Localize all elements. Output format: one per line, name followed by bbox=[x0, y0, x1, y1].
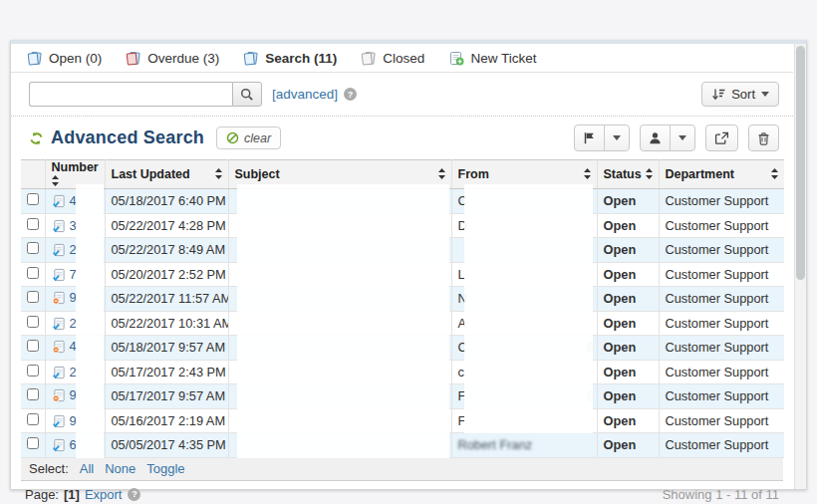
export-link[interactable]: Export bbox=[85, 487, 123, 502]
header-last-updated[interactable]: Last Updated bbox=[105, 160, 228, 189]
row-checkbox[interactable] bbox=[27, 291, 39, 303]
last-updated-cell: 05/17/2017 9:57 AM bbox=[105, 384, 228, 409]
row-checkbox[interactable] bbox=[27, 242, 39, 254]
tab-label: Closed bbox=[383, 51, 424, 66]
redaction-from-column bbox=[464, 184, 593, 433]
refresh-icon[interactable] bbox=[29, 131, 44, 145]
last-updated-cell: 05/22/2017 4:28 PM bbox=[105, 213, 228, 238]
ticket-source-icon bbox=[52, 366, 66, 379]
sort-button[interactable]: Sort bbox=[701, 82, 779, 107]
select-toggle-link[interactable]: Toggle bbox=[146, 461, 184, 476]
tab-closed[interactable]: Closed bbox=[361, 51, 424, 66]
sort-toggle-icon[interactable] bbox=[438, 167, 445, 181]
flag-split-button[interactable] bbox=[574, 125, 630, 151]
search-input[interactable] bbox=[29, 82, 232, 107]
sort-toggle-icon[interactable] bbox=[52, 174, 59, 188]
advanced-search-link[interactable]: [advanced] bbox=[272, 87, 338, 102]
page-title: Advanced Search bbox=[51, 127, 204, 148]
tab-overdue[interactable]: Overdue (3) bbox=[126, 51, 219, 66]
last-updated-cell: 05/20/2017 2:52 PM bbox=[105, 262, 228, 287]
export-icon bbox=[706, 126, 737, 150]
department-cell: Customer Support bbox=[659, 408, 784, 433]
last-updated-cell: 05/18/2017 6:40 PM bbox=[105, 189, 228, 214]
sort-toggle-icon[interactable] bbox=[584, 167, 591, 181]
status-cell: Open bbox=[597, 384, 659, 409]
department-cell: Customer Support bbox=[659, 238, 784, 263]
department-cell: Customer Support bbox=[659, 213, 784, 238]
pagination-footer: Page: [1] Export ? Showing 1 - 11 of 11 bbox=[11, 481, 793, 502]
row-checkbox[interactable] bbox=[27, 193, 39, 205]
ticket-source-icon bbox=[52, 194, 66, 208]
search-button[interactable] bbox=[232, 82, 262, 107]
select-none-link[interactable]: None bbox=[105, 461, 136, 476]
chevron-down-icon bbox=[761, 92, 769, 97]
tickets-overdue-icon bbox=[126, 52, 141, 66]
ticket-table: Number Last Updated Subject From Status … bbox=[21, 159, 783, 458]
help-icon[interactable]: ? bbox=[344, 88, 357, 101]
scrollbar-thumb[interactable] bbox=[796, 46, 805, 280]
tab-search[interactable]: Search (11) bbox=[243, 51, 337, 66]
from-name: Robert Franz bbox=[458, 437, 533, 452]
last-updated-cell: 05/22/2017 11:57 AM bbox=[105, 287, 228, 312]
tab-new-ticket[interactable]: New Ticket bbox=[448, 51, 536, 66]
sort-toggle-icon[interactable] bbox=[646, 167, 653, 181]
ticket-source-icon bbox=[52, 414, 66, 428]
sort-toggle-icon[interactable] bbox=[771, 167, 778, 181]
row-select-cell bbox=[21, 311, 45, 336]
tab-label: New Ticket bbox=[470, 51, 536, 66]
row-select-cell bbox=[21, 433, 45, 458]
sort-label: Sort bbox=[731, 87, 755, 102]
scrollbar[interactable] bbox=[794, 44, 806, 489]
ticket-source-icon bbox=[52, 340, 66, 357]
row-checkbox[interactable] bbox=[27, 365, 39, 377]
from-name: c bbox=[458, 365, 464, 379]
tab-open[interactable]: Open (0) bbox=[27, 51, 102, 66]
advanced-search-header: Advanced Search clear bbox=[11, 117, 793, 159]
last-updated-cell: 05/05/2017 4:35 PM bbox=[105, 433, 228, 458]
assign-dropdown-caret[interactable] bbox=[670, 126, 694, 150]
flag-icon[interactable] bbox=[575, 126, 604, 150]
row-checkbox[interactable] bbox=[27, 218, 39, 230]
last-updated-cell: 05/16/2017 2:19 AM bbox=[105, 408, 228, 433]
search-bar: [advanced] ? Sort bbox=[11, 73, 793, 117]
ticket-source-icon bbox=[52, 243, 66, 257]
select-bar: Select: All None Toggle bbox=[21, 458, 783, 481]
ticket-source-icon bbox=[52, 438, 66, 452]
current-page[interactable]: [1] bbox=[64, 487, 80, 502]
department-cell: Customer Support bbox=[659, 360, 784, 384]
row-select-cell bbox=[21, 238, 45, 263]
status-cell: Open bbox=[597, 408, 659, 433]
status-cell: Open bbox=[597, 360, 659, 384]
last-updated-cell: 05/17/2017 2:43 PM bbox=[105, 360, 228, 384]
header-department[interactable]: Department bbox=[659, 160, 784, 189]
department-cell: Customer Support bbox=[659, 384, 784, 409]
delete-button[interactable] bbox=[748, 125, 779, 151]
ticket-source-icon bbox=[52, 291, 66, 308]
row-checkbox[interactable] bbox=[27, 413, 39, 425]
sort-toggle-icon[interactable] bbox=[215, 167, 222, 181]
help-icon[interactable]: ? bbox=[128, 488, 140, 501]
status-cell: Open bbox=[597, 336, 659, 361]
department-cell: Customer Support bbox=[659, 262, 784, 287]
department-cell: Customer Support bbox=[659, 336, 784, 361]
row-checkbox[interactable] bbox=[27, 437, 39, 449]
row-select-cell bbox=[21, 262, 45, 287]
export-button[interactable] bbox=[705, 125, 738, 151]
header-status[interactable]: Status bbox=[597, 160, 659, 189]
tab-label: Overdue (3) bbox=[147, 51, 219, 66]
redaction-number-column bbox=[76, 184, 104, 458]
clear-search-button[interactable]: clear bbox=[216, 126, 281, 149]
flag-dropdown-caret[interactable] bbox=[604, 126, 629, 150]
select-all-link[interactable]: All bbox=[80, 461, 94, 476]
row-checkbox[interactable] bbox=[27, 388, 39, 400]
row-checkbox[interactable] bbox=[27, 316, 39, 328]
row-checkbox[interactable] bbox=[27, 267, 39, 279]
last-updated-cell: 05/22/2017 10:31 AM bbox=[105, 311, 228, 336]
person-icon[interactable] bbox=[641, 126, 670, 150]
clear-label: clear bbox=[244, 131, 271, 145]
row-select-cell bbox=[21, 360, 45, 384]
assign-split-button[interactable] bbox=[640, 125, 695, 151]
ticket-source-icon bbox=[52, 268, 66, 282]
row-select-cell bbox=[21, 408, 45, 433]
row-checkbox[interactable] bbox=[27, 340, 39, 352]
